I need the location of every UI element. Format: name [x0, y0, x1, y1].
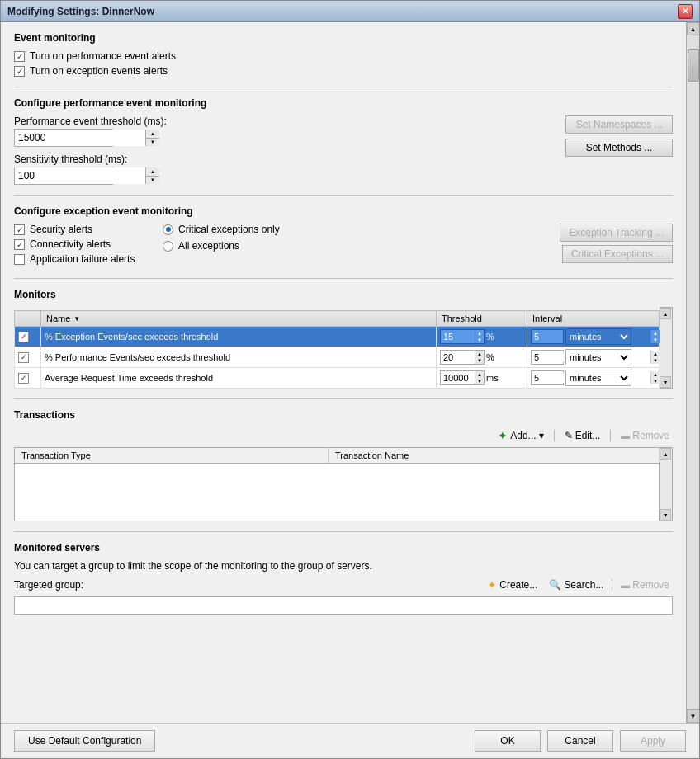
monitored-servers-section: Monitored servers You can target a group… [14, 542, 673, 628]
row2-interval-down[interactable]: ▼ [651, 357, 660, 364]
sensitivity-input[interactable] [15, 167, 145, 184]
exception-radio-group: Critical exceptions only All exceptions [163, 224, 328, 252]
exception-tracking-button[interactable]: Exception Tracking ... [560, 224, 673, 242]
monitors-body: % Exception Events/sec exceeds threshold… [15, 327, 660, 389]
row1-check-cell [15, 327, 41, 347]
row3-interval-up[interactable]: ▲ [651, 371, 660, 378]
targeted-sep [612, 579, 612, 591]
row3-interval-unit[interactable]: minutes [565, 370, 631, 386]
monitors-scroll-down[interactable]: ▼ [660, 376, 671, 388]
critical-only-radio[interactable] [163, 224, 173, 235]
monitors-header: Name ▼ Threshold Interval [15, 311, 660, 327]
alert1-checkbox[interactable] [14, 51, 25, 62]
window-title: Modifying Settings: DinnerNow [7, 6, 154, 17]
app-failure-checkbox[interactable] [14, 254, 25, 265]
row2-threshold-up[interactable]: ▲ [475, 351, 484, 357]
row1-interval-down[interactable]: ▼ [651, 337, 660, 343]
all-exceptions-radio[interactable] [163, 241, 173, 252]
monitor-row-2[interactable]: % Performance Events/sec exceeds thresho… [15, 347, 660, 368]
sensitivity-label: Sensitivity threshold (ms): [14, 153, 167, 165]
critical-exceptions-button[interactable]: Critical Exceptions ... [562, 245, 673, 263]
targeted-group-input[interactable] [14, 596, 673, 615]
scroll-up-btn[interactable]: ▲ [687, 22, 700, 35]
alert1-row: Turn on performance event alerts [14, 50, 673, 62]
monitors-scroll-track [660, 319, 672, 376]
perf-threshold-input[interactable] [15, 130, 145, 146]
set-namespaces-button[interactable]: Set Namespaces ... [565, 116, 673, 134]
monitored-servers-title: Monitored servers [14, 542, 673, 554]
sensitivity-down[interactable]: ▼ [146, 177, 159, 185]
trans-scroll-up[interactable]: ▲ [660, 448, 671, 460]
th-trans-type: Transaction Type [15, 448, 329, 464]
connectivity-label: Connectivity alerts [30, 238, 111, 250]
perf-monitoring-title: Configure performance event monitoring [14, 97, 673, 109]
row2-interval: ▲ ▼ minutes [527, 347, 660, 368]
edit-button[interactable]: ✎ Edit... [561, 428, 604, 443]
row2-check-cell [15, 347, 41, 368]
monitors-scrollbar: ▲ ▼ [660, 307, 673, 389]
monitors-table-area: Name ▼ Threshold Interval [14, 307, 673, 389]
monitors-scroll-up[interactable]: ▲ [660, 308, 671, 319]
row1-interval-up[interactable]: ▲ [651, 330, 660, 337]
connectivity-checkbox[interactable] [14, 239, 25, 250]
perf-threshold-down[interactable]: ▼ [146, 139, 159, 147]
targeted-remove-button[interactable]: ▬ Remove [617, 578, 673, 592]
row2-interval-up[interactable]: ▲ [651, 351, 660, 357]
security-checkbox[interactable] [14, 224, 25, 235]
row1-interval-unit[interactable]: minutes [565, 328, 631, 345]
apply-button[interactable]: Apply [620, 730, 686, 752]
search-button[interactable]: 🔍 Search... [546, 578, 607, 592]
critical-only-row: Critical exceptions only [163, 224, 328, 235]
trans-scroll-down[interactable]: ▼ [660, 509, 671, 521]
event-monitoring-section: Event monitoring Turn on performance eve… [14, 32, 673, 77]
use-default-button[interactable]: Use Default Configuration [14, 730, 155, 752]
set-methods-button[interactable]: Set Methods ... [565, 139, 673, 157]
row2-threshold-down[interactable]: ▼ [475, 357, 484, 364]
transactions-body [15, 464, 660, 521]
security-row: Security alerts [14, 224, 146, 235]
row3-interval-down[interactable]: ▼ [651, 378, 660, 384]
all-exceptions-row: All exceptions [163, 240, 328, 252]
targeted-btns: ✦ Create... 🔍 Search... ▬ Remove [484, 577, 673, 593]
row3-checkbox[interactable] [18, 373, 29, 384]
scroll-thumb[interactable] [688, 49, 699, 82]
cancel-button[interactable]: Cancel [547, 730, 613, 752]
row1-threshold-input[interactable] [441, 332, 475, 342]
row3-threshold-up[interactable]: ▲ [475, 371, 484, 378]
th-interval[interactable]: Interval [527, 311, 660, 327]
add-label: Add... [510, 430, 536, 441]
row1-threshold-down[interactable]: ▼ [475, 337, 484, 343]
create-icon: ✦ [487, 578, 497, 592]
ok-button[interactable]: OK [475, 730, 541, 752]
critical-only-label: Critical exceptions only [178, 224, 280, 235]
alert2-checkbox[interactable] [14, 66, 25, 77]
sensitivity-spinner[interactable]: ▲ ▼ [14, 167, 113, 185]
th-threshold[interactable]: Threshold [437, 311, 527, 327]
alert2-row: Turn on exception events alerts [14, 65, 673, 77]
close-button[interactable]: ✕ [678, 4, 693, 19]
perf-threshold-up[interactable]: ▲ [146, 130, 159, 139]
sensitivity-up[interactable]: ▲ [146, 167, 159, 177]
remove-button[interactable]: ▬ Remove [617, 428, 673, 443]
alert1-label: Turn on performance event alerts [30, 50, 176, 62]
title-bar: Modifying Settings: DinnerNow ✕ [1, 1, 699, 22]
scroll-down-btn[interactable]: ▼ [687, 710, 700, 723]
transactions-header: Transaction Type Transaction Name [15, 448, 660, 464]
create-button[interactable]: ✦ Create... [484, 577, 541, 593]
th-name[interactable]: Name ▼ [41, 311, 437, 327]
row2-threshold-input[interactable] [441, 352, 475, 362]
row2-interval-unit[interactable]: minutes [565, 349, 631, 365]
row3-threshold-down[interactable]: ▼ [475, 378, 484, 384]
row2-checkbox[interactable] [18, 352, 29, 363]
transactions-table: Transaction Type Transaction Name [14, 447, 660, 521]
monitor-row-3[interactable]: Average Request Time exceeds threshold ▲ [15, 368, 660, 389]
row1-checkbox[interactable] [18, 332, 29, 342]
monitor-row-1[interactable]: % Exception Events/sec exceeds threshold… [15, 327, 660, 347]
row1-name: % Exception Events/sec exceeds threshold [41, 327, 437, 347]
add-button[interactable]: ✦ Add... ▾ [494, 427, 546, 444]
row2-name: % Performance Events/sec exceeds thresho… [41, 347, 437, 368]
sensitivity-spin-btns: ▲ ▼ [145, 167, 159, 184]
row3-threshold-input[interactable] [441, 373, 475, 383]
perf-threshold-spinner[interactable]: ▲ ▼ [14, 129, 113, 147]
row1-threshold-up[interactable]: ▲ [475, 330, 484, 337]
